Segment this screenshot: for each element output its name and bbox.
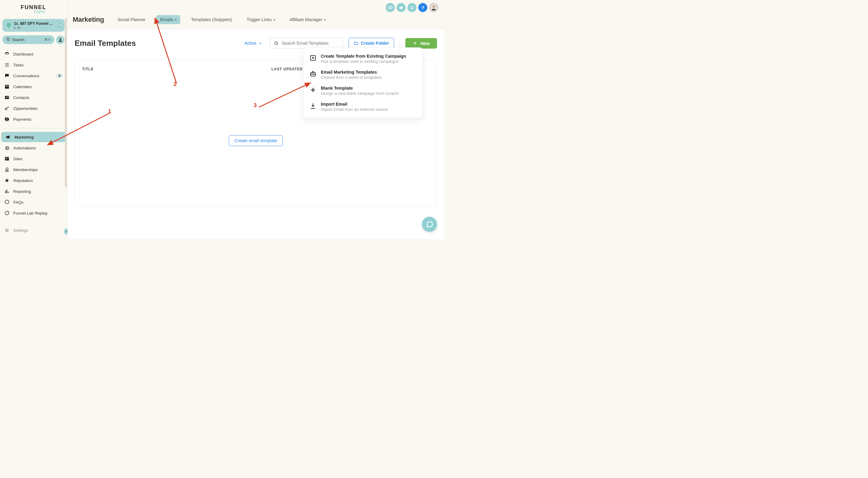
dd-title: Import Email [321,102,388,106]
sidebar-item-label: Funnel Lab Replay [13,211,48,216]
sidebar-item-reputation[interactable]: Reputation [0,175,67,186]
bar-chart-icon [4,189,10,194]
search-input[interactable] [282,41,339,45]
plus-icon [412,41,417,45]
sidebar-item-label: Automations [13,146,36,150]
sidebar-item-memberships[interactable]: Memberships [0,164,67,175]
sidebar-item-tasks[interactable]: Tasks [0,60,67,70]
sidebar-item-automations[interactable]: Automations [0,143,67,153]
calendar-icon [4,84,10,89]
notifications-button[interactable] [407,3,416,12]
key-icon [4,106,10,111]
dd-title: Create Template from Existing Campaign [321,54,406,59]
help-button[interactable]: ? [418,3,427,12]
svg-point-13 [6,231,7,232]
sidebar-item-payments[interactable]: Payments [0,114,67,124]
user-avatar[interactable] [429,3,438,12]
status-filter[interactable]: Active ▾ [242,39,264,47]
dd-title: Email Marketing Templates [321,70,382,74]
sidebar-item-conversations[interactable]: Conversations 0 [0,71,67,81]
sidebar-item-reporting[interactable]: Reporting [0,186,67,196]
sidebar-item-settings[interactable]: Settings [0,225,67,235]
id-card-icon [4,95,10,100]
tab-affiliate-manager[interactable]: Affiliate Manager ▾ [286,15,329,24]
create-email-template-button[interactable]: Create email template [229,135,283,146]
gauge-icon [4,51,10,57]
section-heading: Marketing [73,16,104,24]
money-icon [4,117,10,122]
global-search[interactable]: Search ⌘ K [2,35,54,44]
chevron-updown-icon: ⌃⌄ [59,23,61,28]
svg-point-14 [390,7,391,8]
tab-social-planner[interactable]: Social Planner [114,15,149,24]
preview-button[interactable] [386,3,395,12]
announcements-button[interactable] [397,3,406,12]
sidebar-item-sites[interactable]: Sites [0,154,67,164]
chat-icon [4,73,10,78]
search-icon [6,37,10,42]
sidebar-item-dashboard[interactable]: Dashboard [0,49,67,59]
annotation-label-3: 3 [253,102,257,108]
download-box-icon [309,54,317,62]
dd-email-marketing-templates[interactable]: Email Marketing Templates Choose from a … [306,67,420,83]
tab-emails[interactable]: Emails ▾ [156,15,180,24]
sidebar-item-label: Payments [13,117,31,122]
dd-sub: Design a new blank campaign from scratch [321,91,399,96]
chevron-down-icon: ▾ [175,18,177,22]
sidebar-item-contacts[interactable]: Contacts [0,92,67,103]
dd-sub: Import Email from an external source [321,107,388,111]
search-templates[interactable] [270,38,343,49]
svg-point-12 [7,230,8,230]
account-text: 1c. $87 DFY Funnel ... x, bc [14,22,56,29]
create-folder-button[interactable]: Create Folder [349,38,394,49]
search-icon [274,41,279,45]
svg-point-2 [59,38,61,39]
sidebar-item-label: Conversations [13,74,39,78]
tab-templates-snippets[interactable]: Templates (Snippets) [187,15,236,24]
sidebar-item-label: Memberships [13,167,38,172]
svg-point-6 [5,108,7,110]
svg-rect-4 [5,96,9,99]
user-menu-button[interactable] [56,36,65,44]
svg-point-8 [7,119,7,120]
chevron-down-icon: ▾ [273,18,275,22]
sidebar-item-label: Opportunities [13,106,37,111]
dd-create-from-campaign[interactable]: Create Template from Existing Campaign P… [306,51,420,67]
star-icon [4,178,10,183]
gear-icon [4,145,10,151]
sidebar-item-label: Reputation [13,178,33,183]
sidebar-item-funnel-lab-replay[interactable]: Funnel Lab Replay [0,208,67,218]
brand-logo: FUNNEL Cures [0,0,67,17]
sidebar-item-marketing[interactable]: Marketing [1,132,66,142]
svg-rect-9 [5,157,9,161]
dd-sub: Pick a template used in existing campaig… [321,59,406,64]
account-switcher[interactable]: 1c. $87 DFY Funnel ... x, bc ⌃⌄ [2,19,65,32]
location-pin-icon [6,23,11,28]
folder-icon [354,41,359,45]
dd-blank-template[interactable]: Blank Template Design a new blank campai… [306,83,420,99]
nav-divider [4,128,63,128]
sidebar: FUNNEL Cures 1c. $87 DFY Funnel ... x, b… [0,0,67,239]
sidebar-item-label: Marketing [14,135,34,139]
new-button[interactable]: New [405,38,437,49]
svg-point-1 [7,38,9,40]
dd-title: Blank Template [321,86,399,91]
sidebar-item-calendars[interactable]: Calendars [0,82,67,92]
page-title: Email Templates [74,39,136,48]
briefcase-icon [309,70,317,77]
chevron-down-icon: ▾ [259,42,261,45]
svg-point-11 [6,229,6,229]
col-title: TITLE [82,67,94,71]
sidebar-item-label: Sites [13,157,22,161]
sidebar-item-faqs[interactable]: FAQs [0,197,67,207]
dd-import-email[interactable]: Import Email Import Email from an extern… [306,99,420,115]
sidebar-scrollbar-thumb[interactable] [65,18,67,187]
sidebar-item-opportunities[interactable]: Opportunities [0,103,67,114]
col-last-updated: LAST UPDATED [271,67,303,71]
chevron-down-icon: ▾ [324,18,326,22]
dd-sub: Choose from a world of templates [321,75,382,79]
sidebar-item-label: FAQs [13,200,24,204]
tab-trigger-links[interactable]: Trigger Links ▾ [243,15,279,24]
sidebar-item-label: Dashboard [13,52,33,57]
chat-support-button[interactable] [422,217,437,232]
